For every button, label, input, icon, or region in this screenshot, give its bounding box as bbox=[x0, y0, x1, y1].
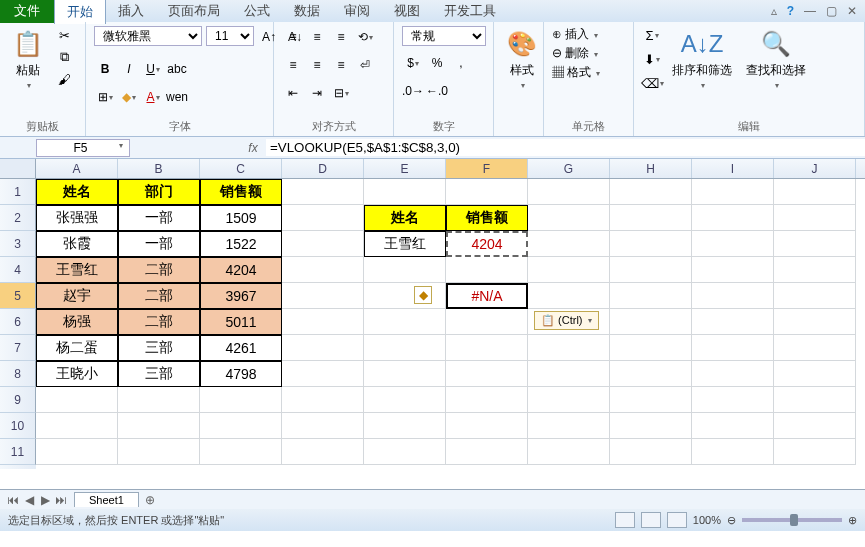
cell-A7[interactable]: 杨二蛋 bbox=[36, 335, 118, 361]
cell-H2[interactable] bbox=[610, 205, 692, 231]
cell-B5[interactable]: 二部 bbox=[118, 283, 200, 309]
cell-G9[interactable] bbox=[528, 387, 610, 413]
decrease-decimal-button[interactable]: ←.0 bbox=[426, 80, 448, 102]
fill-button[interactable]: ⬇▾ bbox=[642, 50, 662, 68]
cell-C5[interactable]: 3967 bbox=[200, 283, 282, 309]
cell-A4[interactable]: 王雪红 bbox=[36, 257, 118, 283]
cell-G5[interactable] bbox=[528, 283, 610, 309]
cell-J1[interactable] bbox=[774, 179, 856, 205]
cell-I10[interactable] bbox=[692, 413, 774, 439]
cell-F9[interactable] bbox=[446, 387, 528, 413]
cell-C1[interactable]: 销售额 bbox=[200, 179, 282, 205]
cell-C11[interactable] bbox=[200, 439, 282, 465]
cell-C7[interactable]: 4261 bbox=[200, 335, 282, 361]
cell-G8[interactable] bbox=[528, 361, 610, 387]
orientation-button[interactable]: ⟲▾ bbox=[354, 26, 376, 48]
cell-I4[interactable] bbox=[692, 257, 774, 283]
cell-A8[interactable]: 王晓小 bbox=[36, 361, 118, 387]
col-header-I[interactable]: I bbox=[692, 159, 774, 178]
select-all-corner[interactable] bbox=[0, 159, 36, 178]
cell-J7[interactable] bbox=[774, 335, 856, 361]
cell-D8[interactable] bbox=[282, 361, 364, 387]
format-painter-button[interactable]: 🖌 bbox=[54, 70, 74, 88]
minimize-ribbon-icon[interactable]: ▵ bbox=[771, 4, 777, 18]
error-smart-tag[interactable]: ◆ bbox=[414, 286, 432, 304]
find-select-button[interactable]: 🔍 查找和选择▾ bbox=[742, 26, 810, 92]
merge-button[interactable]: ⊟▾ bbox=[330, 82, 352, 104]
cell-F2[interactable]: 销售额 bbox=[446, 205, 528, 231]
cell-I6[interactable] bbox=[692, 309, 774, 335]
align-middle-button[interactable]: ≡ bbox=[306, 26, 328, 48]
cell-J4[interactable] bbox=[774, 257, 856, 283]
styles-button[interactable]: 🎨 样式▾ bbox=[502, 26, 542, 92]
cut-button[interactable]: ✂ bbox=[54, 26, 74, 44]
clear-button[interactable]: ⌫▾ bbox=[642, 74, 662, 92]
cell-C2[interactable]: 1509 bbox=[200, 205, 282, 231]
align-center-button[interactable]: ≡ bbox=[306, 54, 328, 76]
name-box[interactable]: F5▾ bbox=[36, 139, 130, 157]
align-right-button[interactable]: ≡ bbox=[330, 54, 352, 76]
cell-B4[interactable]: 二部 bbox=[118, 257, 200, 283]
zoom-out-button[interactable]: ⊖ bbox=[727, 514, 736, 527]
font-size-select[interactable]: 11 bbox=[206, 26, 254, 46]
cell-H8[interactable] bbox=[610, 361, 692, 387]
phonetic2-button[interactable]: wen bbox=[166, 86, 188, 108]
cell-I8[interactable] bbox=[692, 361, 774, 387]
cell-J6[interactable] bbox=[774, 309, 856, 335]
cell-G2[interactable] bbox=[528, 205, 610, 231]
cell-D10[interactable] bbox=[282, 413, 364, 439]
cell-B7[interactable]: 三部 bbox=[118, 335, 200, 361]
cell-D4[interactable] bbox=[282, 257, 364, 283]
cell-H4[interactable] bbox=[610, 257, 692, 283]
bold-button[interactable]: B bbox=[94, 58, 116, 80]
cell-J8[interactable] bbox=[774, 361, 856, 387]
cell-E2[interactable]: 姓名 bbox=[364, 205, 446, 231]
cell-H5[interactable] bbox=[610, 283, 692, 309]
cell-E11[interactable] bbox=[364, 439, 446, 465]
cell-C4[interactable]: 4204 bbox=[200, 257, 282, 283]
cell-J3[interactable] bbox=[774, 231, 856, 257]
col-header-F[interactable]: F bbox=[446, 159, 528, 178]
prev-sheet-button[interactable]: ◀ bbox=[22, 493, 36, 507]
cell-H6[interactable] bbox=[610, 309, 692, 335]
cell-G4[interactable] bbox=[528, 257, 610, 283]
worksheet-grid[interactable]: ABCDEFGHIJ 1234567891011 姓名部门销售额张强强一部150… bbox=[0, 159, 865, 489]
cell-I5[interactable] bbox=[692, 283, 774, 309]
row-header-8[interactable]: 8 bbox=[0, 361, 36, 387]
normal-view-button[interactable] bbox=[615, 512, 635, 528]
cell-H11[interactable] bbox=[610, 439, 692, 465]
row-header-3[interactable]: 3 bbox=[0, 231, 36, 257]
tab-view[interactable]: 视图 bbox=[382, 0, 432, 23]
cell-D7[interactable] bbox=[282, 335, 364, 361]
cell-F5[interactable]: #N/A bbox=[446, 283, 528, 309]
cell-B9[interactable] bbox=[118, 387, 200, 413]
cell-I7[interactable] bbox=[692, 335, 774, 361]
zoom-level[interactable]: 100% bbox=[693, 514, 721, 526]
zoom-in-button[interactable]: ⊕ bbox=[848, 514, 857, 527]
next-sheet-button[interactable]: ▶ bbox=[38, 493, 52, 507]
cell-H1[interactable] bbox=[610, 179, 692, 205]
cell-B8[interactable]: 三部 bbox=[118, 361, 200, 387]
copy-button[interactable]: ⧉ bbox=[54, 48, 74, 66]
cell-F4[interactable] bbox=[446, 257, 528, 283]
cell-I2[interactable] bbox=[692, 205, 774, 231]
cell-B11[interactable] bbox=[118, 439, 200, 465]
zoom-slider[interactable] bbox=[742, 518, 842, 522]
wrap-text-button[interactable]: ⏎ bbox=[354, 54, 376, 76]
help-icon[interactable]: ? bbox=[787, 4, 794, 18]
cell-I1[interactable] bbox=[692, 179, 774, 205]
increase-decimal-button[interactable]: .0→ bbox=[402, 80, 424, 102]
tab-home[interactable]: 开始 bbox=[54, 0, 106, 24]
cell-A6[interactable]: 杨强 bbox=[36, 309, 118, 335]
cell-F3[interactable]: 4204 bbox=[446, 231, 528, 257]
underline-button[interactable]: U▾ bbox=[142, 58, 164, 80]
row-header-11[interactable]: 11 bbox=[0, 439, 36, 465]
cell-I11[interactable] bbox=[692, 439, 774, 465]
col-header-B[interactable]: B bbox=[118, 159, 200, 178]
row-header-5[interactable]: 5 bbox=[0, 283, 36, 309]
cell-E7[interactable] bbox=[364, 335, 446, 361]
cell-E8[interactable] bbox=[364, 361, 446, 387]
last-sheet-button[interactable]: ⏭ bbox=[54, 493, 68, 507]
first-sheet-button[interactable]: ⏮ bbox=[6, 493, 20, 507]
cell-G10[interactable] bbox=[528, 413, 610, 439]
